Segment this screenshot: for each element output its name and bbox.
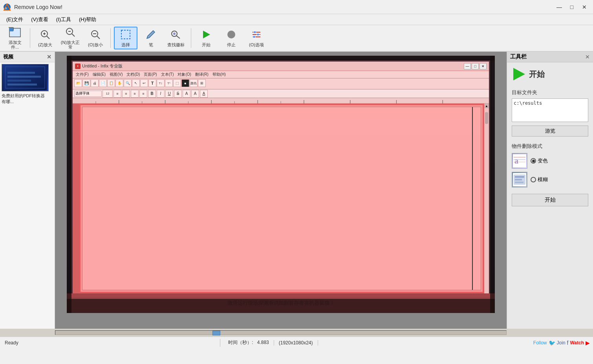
if-bold[interactable]: B [148,90,156,98]
it-b2[interactable]: 📋 [107,79,115,87]
pen-button[interactable]: 笔 [139,27,163,49]
horizontal-scroll-track[interactable] [55,330,507,335]
inner-maximize[interactable]: □ [472,63,479,69]
zoom-normal-button[interactable]: (N)放大正常 [59,27,82,49]
zoom-out-button[interactable]: (O)放小 [84,27,107,49]
if-strike[interactable]: S [174,90,182,98]
minimize-button[interactable]: — [554,3,565,11]
inner-menu-file[interactable]: 文件(F) [74,71,90,78]
if-italic[interactable]: I [157,90,165,98]
it-T2[interactable]: T↕ [157,79,165,87]
start-large-button[interactable]: 开始 [512,67,588,81]
menu-file[interactable]: (E)文件 [3,15,26,24]
start-button[interactable]: 开始 [194,27,218,49]
mode-blur-option: 模糊 [512,172,588,187]
it-undo[interactable]: ↩ [140,79,148,87]
it-img[interactable]: ⬚ [173,79,181,87]
if-align-r[interactable]: ≡ [131,90,139,98]
find-logo-button[interactable]: 查找徽标 [164,27,188,49]
scroll-thumb[interactable] [485,112,488,124]
svg-rect-4 [9,28,13,31]
it-b1[interactable]: 📄 [99,79,107,87]
inner-minimize[interactable]: — [464,63,471,69]
mode-blur-radio[interactable]: 模糊 [531,176,548,183]
svg-point-20 [173,33,176,35]
it-color[interactable]: ■ [181,79,189,87]
right-panel-title: 工具栏 [510,53,527,60]
twitter-icon[interactable]: 🐦 [549,340,555,346]
inner-menu-trans[interactable]: 翻译(R) [194,71,210,78]
if-align-l[interactable]: ≡ [113,90,121,98]
maximize-button[interactable]: □ [566,3,577,11]
inner-font-selector[interactable]: 选择字体 [74,91,102,97]
scroll-up-arrow[interactable]: ▲ [484,104,489,108]
it-print[interactable]: 🖨 [91,79,99,87]
svg-rect-31 [7,72,35,74]
inner-menu-text[interactable]: 文本(T) [159,71,176,78]
watch-label[interactable]: Watch [570,340,584,346]
it-T3[interactable]: Tˢ [165,79,173,87]
if-under[interactable]: U [165,90,173,98]
mode-color-radio[interactable]: 变色 [531,157,548,164]
youtube-icon[interactable]: ▶ [586,340,590,346]
menu-bar: (E)文件 (V)查看 (I)工具 (H)帮助 [0,14,593,25]
browse-label: 游览 [545,127,555,135]
inner-menu-edit[interactable]: 编辑(E) [91,71,107,78]
it-save[interactable]: 💾 [82,79,90,87]
horizontal-scroll-thumb[interactable] [212,331,220,335]
target-folder-section: 目标文件夹 c:\results 游览 [512,89,588,136]
if-A2[interactable]: A [191,90,199,98]
play-icon-large [512,67,526,81]
inner-menu-page[interactable]: 页面(P) [142,71,158,78]
if-A1[interactable]: A [183,90,190,98]
it-open[interactable]: 📂 [74,79,82,87]
inner-menu-view[interactable]: 视图(V) [108,71,124,78]
if-A3[interactable]: A [200,90,208,98]
final-start-button[interactable]: 开始 [512,194,588,206]
close-button[interactable]: ✕ [579,3,590,11]
if-align-j[interactable]: ≡ [139,90,147,98]
facebook-icon[interactable]: f [567,340,569,346]
svg-line-19 [176,36,180,38]
it-zoom[interactable]: 🔍 [124,79,132,87]
inner-page [81,105,483,292]
menu-help[interactable]: (H)帮助 [76,15,99,24]
video-frame: I Untitled - Infix 专业版 — □ ✕ 文件(F) [67,56,495,313]
it-color-lbl[interactable]: 颜色 [190,79,198,87]
add-file-button[interactable]: 添加文件... [3,27,27,49]
app-icon: R [3,3,11,11]
monitor-right-bezel [490,56,495,313]
it-hand[interactable]: ✋ [115,79,123,87]
status-bar: Ready 时间（秒）: 4.883 (1920x1080x24) Follow… [0,337,593,348]
target-folder-input[interactable]: c:\results [512,98,588,122]
it-b3[interactable]: ⊞ [198,79,206,87]
browse-button[interactable]: 游览 [512,126,588,136]
sidebar-close-button[interactable]: ✕ [47,54,51,60]
inner-close[interactable]: ✕ [480,63,487,69]
sidebar-title: 视频 [3,53,13,60]
monitor-top-bezel [67,56,495,60]
inner-title-controls: — □ ✕ [464,63,487,69]
zoom-normal-icon [65,27,76,39]
inner-vertical-scrollbar[interactable]: ▲ [484,104,489,293]
options-button[interactable]: (O)选项 [245,27,268,49]
target-folder-label: 目标文件夹 [512,89,588,96]
stop-button[interactable]: 停止 [220,27,243,49]
sidebar-caption: 免费好用的PDF转换器有哪... [2,93,49,105]
inner-menu-doc[interactable]: 文档(D) [125,71,141,78]
menu-tools[interactable]: (I)工具 [53,15,74,24]
inner-main: 1 ▲ [73,104,489,293]
inner-ruler [73,98,489,104]
if-size[interactable]: 12 [102,90,113,98]
right-panel-close-button[interactable]: ✕ [585,54,590,60]
inner-menu-obj[interactable]: 对象(O) [176,71,192,78]
video-thumbnail[interactable] [2,64,49,91]
if-align-c[interactable]: ≡ [122,90,130,98]
inner-menu-help[interactable]: 帮助(H) [211,71,227,78]
menu-view[interactable]: (V)查看 [28,15,51,24]
zoom-in-button[interactable]: (Z)放大 [33,27,57,49]
select-button[interactable]: 选择 [114,27,137,49]
font-label: 选择字体 [75,91,90,95]
it-T[interactable]: T [148,79,156,87]
it-sel[interactable]: ↖ [132,79,140,87]
